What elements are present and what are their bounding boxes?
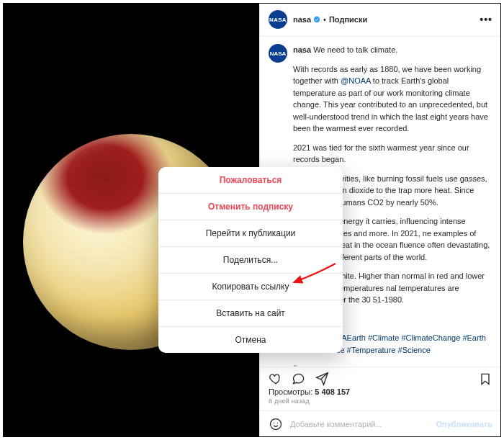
screenshot-border [3, 3, 501, 437]
